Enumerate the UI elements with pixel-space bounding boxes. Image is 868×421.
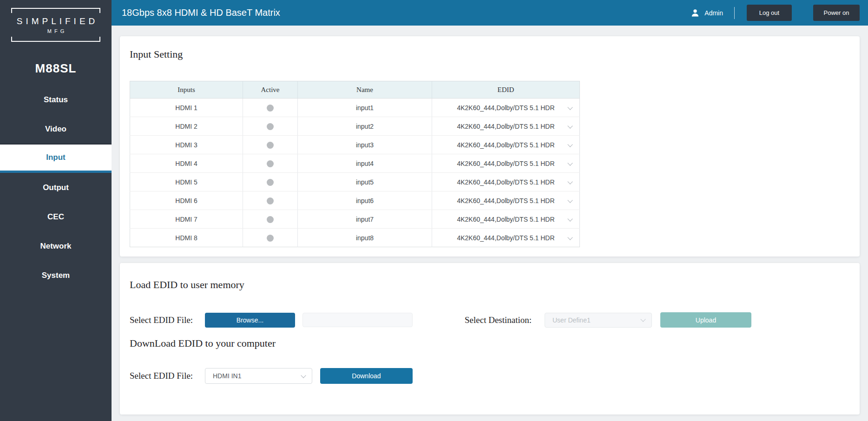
logo-frame-top (11, 8, 100, 13)
active-indicator (267, 123, 274, 130)
model-name: M88SL (35, 61, 77, 76)
sidebar-item-network[interactable]: Network (0, 231, 112, 261)
name-cell[interactable]: input6 (298, 191, 432, 210)
app-root: SIMPLIFIED MFG M88SL Status Video Input … (0, 0, 868, 421)
name-cell[interactable]: input5 (298, 173, 432, 191)
select-edid-file-label: Select EDID File: (130, 315, 205, 325)
column-active: Active (243, 81, 298, 99)
input-cell: HDMI 2 (130, 117, 243, 136)
topbar-divider (734, 7, 735, 19)
sidebar-item-video[interactable]: Video (0, 114, 112, 144)
sidebar-item-system[interactable]: System (0, 261, 112, 290)
sidebar-item-output[interactable]: Output (0, 173, 112, 202)
input-cell: HDMI 1 (130, 99, 243, 117)
chevron-down-icon (567, 235, 572, 240)
name-cell[interactable]: input2 (298, 117, 432, 136)
table-header-row: Inputs Active Name EDID (130, 81, 580, 99)
active-indicator (267, 160, 274, 167)
edid-select[interactable]: 4K2K60_444,Dolby/DTS 5.1 HDR (432, 229, 580, 247)
edid-select-value: 4K2K60_444,Dolby/DTS 5.1 HDR (457, 123, 554, 130)
input-cell: HDMI 5 (130, 173, 243, 191)
active-indicator (267, 105, 274, 112)
edid-select-value: 4K2K60_444,Dolby/DTS 5.1 HDR (457, 197, 554, 204)
sidebar-item-cec[interactable]: CEC (0, 202, 112, 231)
edid-select-value: 4K2K60_444,Dolby/DTS 5.1 HDR (457, 178, 554, 186)
sidebar-nav: Status Video Input Output CEC Network Sy… (0, 85, 112, 290)
input-setting-card: Input Setting Inputs Active Name EDID HD… (120, 36, 860, 257)
edid-select[interactable]: 4K2K60_444,Dolby/DTS 5.1 HDR (432, 191, 580, 210)
table-row: HDMI 6input64K2K60_444,Dolby/DTS 5.1 HDR (130, 191, 580, 210)
column-name: Name (298, 81, 432, 99)
active-indicator (267, 197, 274, 204)
active-indicator (267, 235, 274, 242)
table-row: HDMI 5input54K2K60_444,Dolby/DTS 5.1 HDR (130, 173, 580, 191)
input-cell: HDMI 4 (130, 154, 243, 173)
edid-select[interactable]: 4K2K60_444,Dolby/DTS 5.1 HDR (432, 210, 580, 229)
chevron-down-icon (567, 197, 572, 203)
edid-select[interactable]: 4K2K60_444,Dolby/DTS 5.1 HDR (432, 117, 580, 136)
active-cell (243, 117, 298, 136)
table-row: HDMI 1input14K2K60_444,Dolby/DTS 5.1 HDR (130, 99, 580, 117)
download-button[interactable]: Download (320, 368, 413, 384)
logo-text: SIMPLIFIED (13, 16, 99, 26)
page-title: 18Gbps 8x8 HDMI & HD BaseT Matrix (122, 7, 280, 18)
edid-select-value: 4K2K60_444,Dolby/DTS 5.1 HDR (457, 234, 554, 242)
user-icon (690, 8, 700, 18)
table-row: HDMI 4input44K2K60_444,Dolby/DTS 5.1 HDR (130, 154, 580, 173)
edid-source-select-value: HDMI IN1 (213, 372, 241, 380)
topbar-right: Admin Log out Power on (690, 5, 860, 21)
destination-select-value: User Define1 (552, 316, 591, 324)
edid-select[interactable]: 4K2K60_444,Dolby/DTS 5.1 HDR (432, 136, 580, 154)
active-cell (243, 173, 298, 191)
chevron-down-icon (567, 160, 572, 165)
sidebar-item-status[interactable]: Status (0, 85, 112, 114)
name-cell[interactable]: input1 (298, 99, 432, 117)
chevron-down-icon (640, 316, 645, 322)
table-row: HDMI 7input74K2K60_444,Dolby/DTS 5.1 HDR (130, 210, 580, 229)
topbar: 18Gbps 8x8 HDMI & HD BaseT Matrix Admin … (112, 0, 868, 26)
chevron-down-icon (567, 142, 572, 147)
user-name: Admin (704, 9, 723, 17)
name-cell[interactable]: input4 (298, 154, 432, 173)
table-row: HDMI 2input24K2K60_444,Dolby/DTS 5.1 HDR (130, 117, 580, 136)
sidebar: SIMPLIFIED MFG M88SL Status Video Input … (0, 0, 112, 421)
active-cell (243, 210, 298, 229)
browse-button[interactable]: Browse... (205, 313, 295, 328)
edid-select-value: 4K2K60_444,Dolby/DTS 5.1 HDR (457, 141, 554, 149)
chevron-down-icon (567, 179, 572, 184)
logo-frame-bottom (11, 37, 100, 42)
edid-card: Load EDID to user memory Select EDID Fil… (120, 263, 860, 414)
edid-select-value: 4K2K60_444,Dolby/DTS 5.1 HDR (457, 216, 554, 223)
table-row: HDMI 8input84K2K60_444,Dolby/DTS 5.1 HDR (130, 229, 580, 247)
main-area: 18Gbps 8x8 HDMI & HD BaseT Matrix Admin … (112, 0, 868, 421)
edid-select[interactable]: 4K2K60_444,Dolby/DTS 5.1 HDR (432, 173, 580, 191)
name-cell[interactable]: input7 (298, 210, 432, 229)
content: Input Setting Inputs Active Name EDID HD… (112, 26, 868, 421)
sidebar-item-input[interactable]: Input (0, 144, 112, 173)
download-edid-title: DownLoad EDID to your computer (130, 336, 860, 350)
name-cell[interactable]: input3 (298, 136, 432, 154)
edid-select[interactable]: 4K2K60_444,Dolby/DTS 5.1 HDR (432, 154, 580, 173)
destination-select[interactable]: User Define1 (545, 313, 652, 328)
logout-button[interactable]: Log out (747, 5, 792, 21)
active-indicator (267, 179, 274, 186)
input-cell: HDMI 3 (130, 136, 243, 154)
select-edid-file-label-download: Select EDID File: (130, 371, 205, 381)
edid-select[interactable]: 4K2K60_444,Dolby/DTS 5.1 HDR (432, 99, 580, 117)
active-cell (243, 99, 298, 117)
name-cell[interactable]: input8 (298, 229, 432, 247)
download-edid-row: Select EDID File: HDMI IN1 Download (130, 368, 860, 384)
input-setting-title: Input Setting (130, 47, 860, 61)
input-cell: HDMI 6 (130, 191, 243, 210)
edid-file-field[interactable] (302, 313, 413, 327)
input-cell: HDMI 7 (130, 210, 243, 229)
chevron-down-icon (567, 216, 572, 221)
select-destination-label: Select Destination: (465, 315, 545, 325)
power-button[interactable]: Power on (813, 5, 860, 21)
active-cell (243, 136, 298, 154)
edid-source-select[interactable]: HDMI IN1 (205, 368, 312, 384)
input-cell: HDMI 8 (130, 229, 243, 247)
upload-button[interactable]: Upload (660, 312, 751, 328)
table-row: HDMI 3input34K2K60_444,Dolby/DTS 5.1 HDR (130, 136, 580, 154)
load-edid-row: Select EDID File: Browse... Select Desti… (130, 312, 860, 328)
